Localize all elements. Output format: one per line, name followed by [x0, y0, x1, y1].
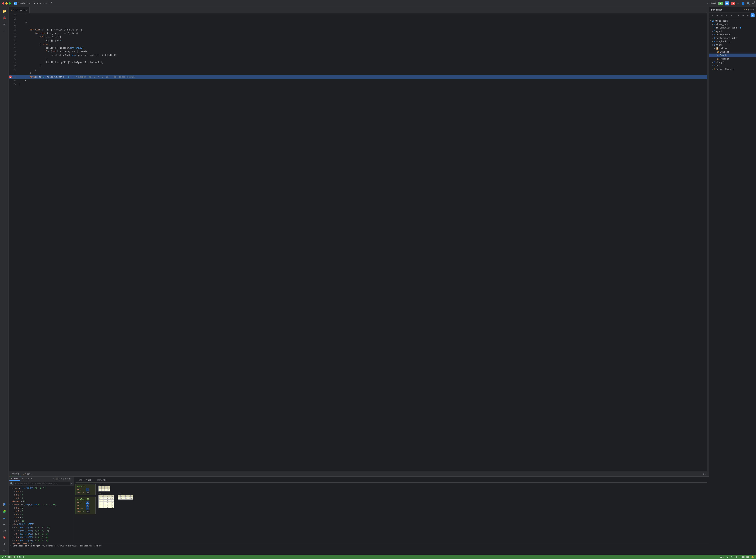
debug-search-input[interactable] — [14, 482, 70, 485]
debug-icon[interactable]: ⬤ — [725, 1, 729, 5]
stop-debug-icon[interactable]: ⬛ — [55, 477, 58, 480]
step-over-icon[interactable]: ↷ — [61, 477, 62, 480]
search-icon[interactable]: 🔍 — [747, 2, 750, 5]
minimize-button[interactable] — [5, 2, 8, 4]
close-test-tab[interactable]: ✕ — [31, 473, 32, 475]
var-cuts-2[interactable]: ⊞ ⊞ 2 = 7 — [9, 496, 74, 500]
var-dp-2[interactable]: ▶ ⊞ 2 = (int[5]@769) [0, 0, 0, 6] — [9, 532, 74, 536]
close-tab-icon[interactable]: ✕ — [26, 9, 27, 11]
editor-tab-test-java[interactable]: ☕ test.java ✕ — [9, 7, 29, 13]
editor-scrollbar[interactable] — [707, 14, 709, 471]
gear-icon[interactable]: ⚙ — [752, 2, 754, 5]
database-sidebar-icon[interactable]: 🗄 — [1, 502, 7, 508]
test-tab[interactable]: ☕ test ✕ — [21, 471, 35, 476]
db-schema-information[interactable]: ▶ ⊙ information_schen — [709, 26, 756, 29]
collapse-db-icon[interactable]: ≡ — [736, 14, 740, 17]
var-length[interactable]: ∞ length = 10 — [9, 500, 74, 503]
refresh-db-btn[interactable]: ↻ — [725, 14, 729, 17]
db-table-student[interactable]: 🗂 Student — [709, 50, 756, 53]
var-helper-2[interactable]: ⊞ ⊞ 2 = 4 — [9, 513, 74, 516]
plugin-icon[interactable]: 🧩 — [1, 508, 7, 514]
ai-icon[interactable]: ≡ — [1, 515, 7, 520]
debug-icon[interactable]: 🐞 — [1, 15, 7, 21]
status-line-ending[interactable]: LF — [727, 556, 729, 558]
objects-tab[interactable]: Objects — [94, 478, 110, 483]
step-into-icon[interactable]: ↓ — [63, 477, 64, 480]
more-activity-icon[interactable]: ⋯ — [1, 28, 7, 34]
viz-frame-main[interactable]: main:11 cuts → length 10 — [75, 484, 95, 495]
user-icon[interactable]: 👤 — [741, 2, 745, 5]
db-schema-ebean-test[interactable]: ▶ ⊙ ebean_test — [709, 23, 756, 26]
code-editor[interactable]: 35 | 36 37 */ — [9, 14, 707, 471]
var-cuts[interactable]: ▼ ⊞ cuts = (int[3]@763) [2, 4, 7] — [9, 487, 74, 490]
db-server-objects[interactable]: ▶ ⚙ Server Objects — [709, 67, 756, 71]
git-icon[interactable]: ⎇ — [1, 528, 7, 534]
db-schema-study2[interactable]: ▶ ⊙ study2 — [709, 61, 756, 64]
variables-tab[interactable]: Variables — [20, 477, 35, 480]
var-dp[interactable]: ▼ ⊞ dp = (int[5][@765]) — [9, 522, 74, 526]
db-schema-sys[interactable]: ▶ ⊙ sys — [709, 64, 756, 67]
layout-db-icon[interactable]: ⊟ — [746, 14, 750, 17]
more-db-icon[interactable]: ⋯ — [750, 8, 752, 11]
var-helper-4[interactable]: ⊞ ⊞ 4 = 10 — [9, 519, 74, 522]
remove-db-icon[interactable]: − — [715, 14, 719, 17]
dropdown-icon[interactable]: ▼ — [71, 483, 72, 485]
var-cuts-0[interactable]: ⊞ ⊞ 0 = 2 — [9, 490, 74, 493]
breakpoint-marker[interactable]: ● — [9, 75, 12, 79]
var-helper[interactable]: ▼ ⊞ helper = (int[5]@764) [0, 2, 4, 7, 1… — [9, 503, 74, 506]
extensions-icon[interactable]: ⊞ — [1, 21, 7, 27]
settings-debug-icon[interactable]: ⚙ — [69, 477, 70, 480]
version-control[interactable]: Version control — [33, 2, 52, 5]
close-debug-icon[interactable]: ✕ — [705, 473, 706, 475]
maximize-button[interactable] — [9, 2, 11, 4]
files-icon[interactable]: 📁 — [1, 8, 7, 14]
status-indent[interactable]: 4 spaces — [739, 556, 749, 558]
var-dp-4[interactable]: ▶ ⊞ 4 = (int[5]@771) [0, 0, 0, 0] — [9, 539, 74, 542]
evaluate-icon[interactable]: ⌨ — [67, 477, 68, 480]
refresh-db-icon[interactable]: ↻ — [748, 8, 750, 11]
close-db-icon[interactable]: ✕ — [752, 8, 754, 11]
more-editor-icon[interactable]: ⋯ — [706, 11, 707, 13]
expand-db-icon[interactable]: ⊞ — [741, 14, 745, 17]
more-icon[interactable]: ⋯ — [737, 2, 739, 5]
step-out-icon[interactable]: ↑ — [65, 477, 66, 480]
run-sidebar-icon[interactable]: ▶ — [1, 521, 7, 527]
db-schema-staybooking[interactable]: ▶ ⊙ staybooking — [709, 40, 756, 43]
status-context[interactable]: ⊙ test — [17, 556, 24, 558]
test-config[interactable]: test — [711, 2, 716, 5]
more-debug-icon[interactable]: ⋯ — [71, 477, 72, 480]
var-dp-0[interactable]: ▶ ⊞ 0 = (int[5]@767) [0, 4, 11, 20] — [9, 526, 74, 529]
var-cuts-1[interactable]: ⊞ ⊞ 1 = 4 — [9, 493, 74, 496]
status-position[interactable]: 52:1 — [720, 556, 725, 558]
var-dp-1[interactable]: ▶ ⊞ 1 = (int[5]@768) [0, 0, 5, 13] — [9, 529, 74, 532]
resume-icon[interactable]: ▶ — [59, 477, 60, 480]
db-table-teach[interactable]: 🗂 Teach — [709, 53, 756, 57]
active-db-action[interactable]: ⚡ — [751, 14, 755, 17]
db-schema-mysql[interactable]: ▶ ⊙ mysql — [709, 29, 756, 33]
db-schema-performance[interactable]: ▶ ⊙ performance_sche — [709, 36, 756, 40]
info-icon[interactable]: ℹ — [1, 541, 7, 547]
db-table-teacher[interactable]: 🗂 Teacher — [709, 57, 756, 61]
stop-button[interactable]: ■ — [731, 2, 735, 5]
var-helper-length[interactable]: ∞ helper.length = 5 — [9, 542, 74, 544]
properties-db-icon[interactable]: ⚙ — [720, 14, 724, 17]
call-stack-tab[interactable]: Call Stack — [75, 478, 94, 483]
refresh-icon[interactable]: ↻ — [53, 477, 54, 480]
filter-db-icon[interactable]: ⊞ — [729, 14, 733, 17]
status-encoding[interactable]: UTF-8 — [731, 556, 737, 558]
frames-tab[interactable]: Frames — [9, 476, 20, 481]
bookmark-icon[interactable]: 🔖 — [1, 534, 7, 540]
db-schema-onlineorder[interactable]: ▶ ⊙ onlineOrder — [709, 33, 756, 36]
settings-icon[interactable]: ⚙ — [707, 2, 709, 5]
status-branch[interactable]: ⎇ CodeTest — [2, 556, 15, 558]
var-helper-3[interactable]: ⊞ ⊞ 3 = 7 — [9, 516, 74, 519]
var-helper-1[interactable]: ⊞ ⊞ 1 = 2 — [9, 510, 74, 513]
db-tables-folder[interactable]: ▼ 📋 tables — [709, 47, 756, 50]
run-button[interactable]: ▶ — [718, 2, 723, 5]
viz-frame-mincost[interactable]: minCost:52 cuts → dp → — [75, 497, 95, 514]
status-notifications[interactable]: 🔔 — [751, 556, 754, 558]
restore-icon[interactable]: ⊞ — [703, 473, 704, 475]
debug-main-tab[interactable]: Debug — [10, 471, 21, 476]
add-db-icon[interactable]: + — [710, 14, 714, 17]
var-dp-3[interactable]: ▶ ⊞ 3 = (int[5]@770) [0, 0, 0, 0] — [9, 536, 74, 539]
